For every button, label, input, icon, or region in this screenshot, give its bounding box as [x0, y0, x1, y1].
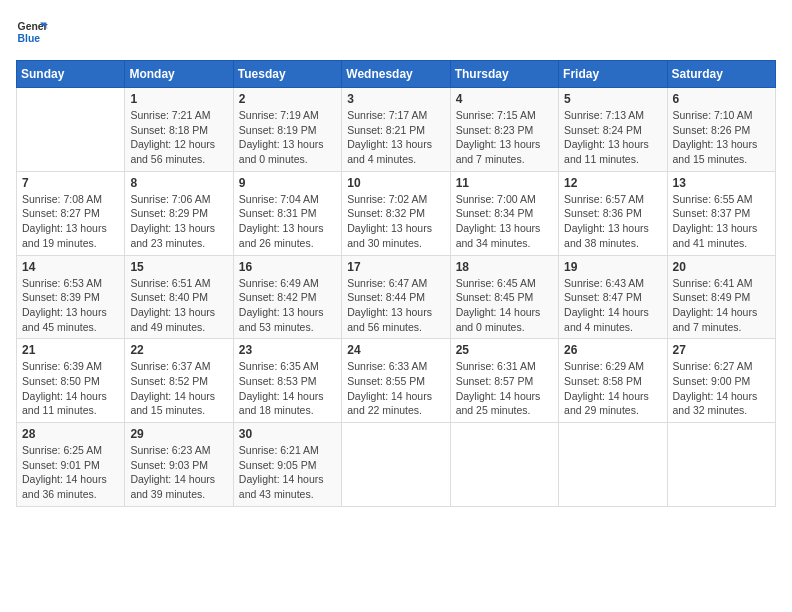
calendar-cell: 6Sunrise: 7:10 AM Sunset: 8:26 PM Daylig…: [667, 88, 775, 172]
day-info: Sunrise: 7:13 AM Sunset: 8:24 PM Dayligh…: [564, 108, 661, 167]
week-row-4: 21Sunrise: 6:39 AM Sunset: 8:50 PM Dayli…: [17, 339, 776, 423]
day-info: Sunrise: 6:51 AM Sunset: 8:40 PM Dayligh…: [130, 276, 227, 335]
day-info: Sunrise: 6:23 AM Sunset: 9:03 PM Dayligh…: [130, 443, 227, 502]
week-row-1: 1Sunrise: 7:21 AM Sunset: 8:18 PM Daylig…: [17, 88, 776, 172]
day-number: 14: [22, 260, 119, 274]
day-info: Sunrise: 6:29 AM Sunset: 8:58 PM Dayligh…: [564, 359, 661, 418]
day-info: Sunrise: 6:41 AM Sunset: 8:49 PM Dayligh…: [673, 276, 770, 335]
calendar-cell: 26Sunrise: 6:29 AM Sunset: 8:58 PM Dayli…: [559, 339, 667, 423]
calendar-cell: 13Sunrise: 6:55 AM Sunset: 8:37 PM Dayli…: [667, 171, 775, 255]
calendar-cell: 28Sunrise: 6:25 AM Sunset: 9:01 PM Dayli…: [17, 423, 125, 507]
day-number: 16: [239, 260, 336, 274]
day-info: Sunrise: 7:02 AM Sunset: 8:32 PM Dayligh…: [347, 192, 444, 251]
day-info: Sunrise: 6:31 AM Sunset: 8:57 PM Dayligh…: [456, 359, 553, 418]
day-info: Sunrise: 6:25 AM Sunset: 9:01 PM Dayligh…: [22, 443, 119, 502]
calendar-cell: 15Sunrise: 6:51 AM Sunset: 8:40 PM Dayli…: [125, 255, 233, 339]
day-number: 18: [456, 260, 553, 274]
calendar-cell: 25Sunrise: 6:31 AM Sunset: 8:57 PM Dayli…: [450, 339, 558, 423]
day-number: 26: [564, 343, 661, 357]
calendar-table: SundayMondayTuesdayWednesdayThursdayFrid…: [16, 60, 776, 507]
day-info: Sunrise: 7:19 AM Sunset: 8:19 PM Dayligh…: [239, 108, 336, 167]
day-number: 21: [22, 343, 119, 357]
calendar-cell: [17, 88, 125, 172]
day-number: 1: [130, 92, 227, 106]
week-row-3: 14Sunrise: 6:53 AM Sunset: 8:39 PM Dayli…: [17, 255, 776, 339]
day-info: Sunrise: 6:57 AM Sunset: 8:36 PM Dayligh…: [564, 192, 661, 251]
day-number: 20: [673, 260, 770, 274]
day-number: 11: [456, 176, 553, 190]
day-number: 15: [130, 260, 227, 274]
calendar-cell: 2Sunrise: 7:19 AM Sunset: 8:19 PM Daylig…: [233, 88, 341, 172]
day-number: 5: [564, 92, 661, 106]
day-info: Sunrise: 6:53 AM Sunset: 8:39 PM Dayligh…: [22, 276, 119, 335]
day-info: Sunrise: 6:39 AM Sunset: 8:50 PM Dayligh…: [22, 359, 119, 418]
day-info: Sunrise: 6:55 AM Sunset: 8:37 PM Dayligh…: [673, 192, 770, 251]
calendar-cell: [559, 423, 667, 507]
calendar-cell: 7Sunrise: 7:08 AM Sunset: 8:27 PM Daylig…: [17, 171, 125, 255]
calendar-cell: 29Sunrise: 6:23 AM Sunset: 9:03 PM Dayli…: [125, 423, 233, 507]
day-info: Sunrise: 6:49 AM Sunset: 8:42 PM Dayligh…: [239, 276, 336, 335]
week-row-2: 7Sunrise: 7:08 AM Sunset: 8:27 PM Daylig…: [17, 171, 776, 255]
day-info: Sunrise: 6:35 AM Sunset: 8:53 PM Dayligh…: [239, 359, 336, 418]
calendar-cell: 22Sunrise: 6:37 AM Sunset: 8:52 PM Dayli…: [125, 339, 233, 423]
day-header-sunday: Sunday: [17, 61, 125, 88]
day-header-wednesday: Wednesday: [342, 61, 450, 88]
day-info: Sunrise: 7:21 AM Sunset: 8:18 PM Dayligh…: [130, 108, 227, 167]
day-number: 3: [347, 92, 444, 106]
calendar-cell: 5Sunrise: 7:13 AM Sunset: 8:24 PM Daylig…: [559, 88, 667, 172]
calendar-cell: 20Sunrise: 6:41 AM Sunset: 8:49 PM Dayli…: [667, 255, 775, 339]
calendar-cell: [342, 423, 450, 507]
calendar-cell: 1Sunrise: 7:21 AM Sunset: 8:18 PM Daylig…: [125, 88, 233, 172]
day-number: 9: [239, 176, 336, 190]
day-info: Sunrise: 7:15 AM Sunset: 8:23 PM Dayligh…: [456, 108, 553, 167]
day-number: 4: [456, 92, 553, 106]
day-info: Sunrise: 7:06 AM Sunset: 8:29 PM Dayligh…: [130, 192, 227, 251]
calendar-cell: [667, 423, 775, 507]
calendar-cell: 3Sunrise: 7:17 AM Sunset: 8:21 PM Daylig…: [342, 88, 450, 172]
calendar-cell: 21Sunrise: 6:39 AM Sunset: 8:50 PM Dayli…: [17, 339, 125, 423]
calendar-cell: 17Sunrise: 6:47 AM Sunset: 8:44 PM Dayli…: [342, 255, 450, 339]
logo: General Blue: [16, 16, 48, 48]
calendar-cell: 14Sunrise: 6:53 AM Sunset: 8:39 PM Dayli…: [17, 255, 125, 339]
day-number: 17: [347, 260, 444, 274]
calendar-header-row: SundayMondayTuesdayWednesdayThursdayFrid…: [17, 61, 776, 88]
day-number: 30: [239, 427, 336, 441]
day-info: Sunrise: 6:37 AM Sunset: 8:52 PM Dayligh…: [130, 359, 227, 418]
calendar-cell: 9Sunrise: 7:04 AM Sunset: 8:31 PM Daylig…: [233, 171, 341, 255]
day-number: 28: [22, 427, 119, 441]
day-info: Sunrise: 6:45 AM Sunset: 8:45 PM Dayligh…: [456, 276, 553, 335]
day-info: Sunrise: 6:27 AM Sunset: 9:00 PM Dayligh…: [673, 359, 770, 418]
day-header-friday: Friday: [559, 61, 667, 88]
calendar-cell: 19Sunrise: 6:43 AM Sunset: 8:47 PM Dayli…: [559, 255, 667, 339]
day-info: Sunrise: 6:47 AM Sunset: 8:44 PM Dayligh…: [347, 276, 444, 335]
calendar-cell: 12Sunrise: 6:57 AM Sunset: 8:36 PM Dayli…: [559, 171, 667, 255]
calendar-cell: 27Sunrise: 6:27 AM Sunset: 9:00 PM Dayli…: [667, 339, 775, 423]
day-number: 6: [673, 92, 770, 106]
day-info: Sunrise: 7:10 AM Sunset: 8:26 PM Dayligh…: [673, 108, 770, 167]
day-number: 27: [673, 343, 770, 357]
calendar-cell: 24Sunrise: 6:33 AM Sunset: 8:55 PM Dayli…: [342, 339, 450, 423]
day-number: 24: [347, 343, 444, 357]
day-header-saturday: Saturday: [667, 61, 775, 88]
day-number: 7: [22, 176, 119, 190]
day-number: 8: [130, 176, 227, 190]
day-header-monday: Monday: [125, 61, 233, 88]
day-number: 19: [564, 260, 661, 274]
day-number: 12: [564, 176, 661, 190]
day-header-tuesday: Tuesday: [233, 61, 341, 88]
day-info: Sunrise: 6:21 AM Sunset: 9:05 PM Dayligh…: [239, 443, 336, 502]
day-info: Sunrise: 7:00 AM Sunset: 8:34 PM Dayligh…: [456, 192, 553, 251]
day-number: 13: [673, 176, 770, 190]
day-number: 25: [456, 343, 553, 357]
calendar-cell: 16Sunrise: 6:49 AM Sunset: 8:42 PM Dayli…: [233, 255, 341, 339]
calendar-cell: 10Sunrise: 7:02 AM Sunset: 8:32 PM Dayli…: [342, 171, 450, 255]
day-number: 10: [347, 176, 444, 190]
calendar-cell: [450, 423, 558, 507]
day-info: Sunrise: 6:43 AM Sunset: 8:47 PM Dayligh…: [564, 276, 661, 335]
calendar-cell: 30Sunrise: 6:21 AM Sunset: 9:05 PM Dayli…: [233, 423, 341, 507]
day-info: Sunrise: 6:33 AM Sunset: 8:55 PM Dayligh…: [347, 359, 444, 418]
header: General Blue: [16, 16, 776, 48]
week-row-5: 28Sunrise: 6:25 AM Sunset: 9:01 PM Dayli…: [17, 423, 776, 507]
day-info: Sunrise: 7:08 AM Sunset: 8:27 PM Dayligh…: [22, 192, 119, 251]
day-number: 2: [239, 92, 336, 106]
